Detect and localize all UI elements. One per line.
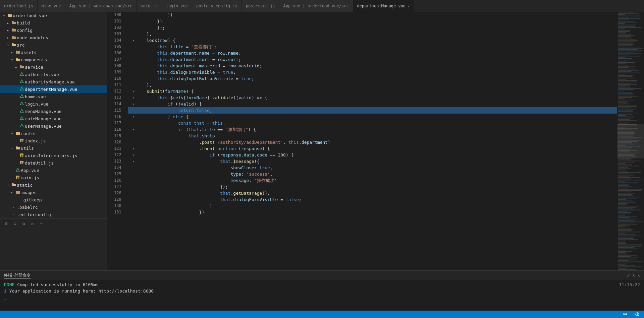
fold-arrow-121[interactable]: ▾	[131, 145, 136, 152]
sidebar-item-app-vue-file[interactable]: App.vue	[0, 167, 107, 174]
tab-login-vue[interactable]: login.vue	[162, 0, 192, 12]
code-line-123[interactable]: ▾ that.$message({	[128, 158, 617, 165]
sidebar: ▾orderfood-vue▸build▸config▸node_modules…	[0, 12, 107, 270]
tab-app-vue-src[interactable]: App.vue | web-download/src	[65, 0, 137, 12]
settings-icon[interactable]: ⚙	[20, 220, 28, 227]
sidebar-item-babelrc[interactable]: ·.babelrc	[0, 203, 107, 211]
sidebar-item-src[interactable]: ▾src	[0, 41, 107, 49]
terminal-tab-external[interactable]: 终端·外部命令	[4, 272, 31, 278]
sidebar-item-login-vue-file[interactable]: login.vue	[0, 100, 107, 108]
refresh-icon[interactable]: ↺	[29, 220, 36, 227]
code-line-110[interactable]: this.dialogInputButtonVisible = true;	[128, 75, 617, 82]
sidebar-item-orderfood-vue[interactable]: ▾orderfood-vue	[0, 12, 107, 19]
code-line-111[interactable]: },	[128, 82, 617, 88]
code-content-102: });	[136, 24, 165, 31]
sidebar-label-axiosInterceptors-js: axiosInterceptors.js	[25, 153, 107, 158]
sidebar-item-home-vue[interactable]: home.vue	[0, 93, 107, 100]
close-terminal-icon[interactable]: ✕	[638, 273, 640, 278]
tab-postcssrc-js[interactable]: postcssrc.js	[242, 0, 279, 12]
sidebar-item-static[interactable]: ▾static	[0, 181, 107, 189]
code-line-112[interactable]: ▾ submit(formName) {	[128, 88, 617, 94]
sidebar-item-authorityManage-vue[interactable]: authorityManage.vue	[0, 78, 107, 85]
code-line-124[interactable]: showClose: true,	[128, 165, 617, 171]
fold-arrow-123[interactable]: ▾	[131, 158, 136, 165]
code-line-104[interactable]: ▾ look(row) {	[128, 37, 617, 44]
tab-departmentManage-vue[interactable]: departmentManage.vue✕	[353, 0, 414, 12]
chevron-up-icon[interactable]: ∧	[633, 273, 635, 278]
code-line-121[interactable]: ▾ .then(function (response) {	[128, 145, 617, 152]
sidebar-item-editorconfig[interactable]: ·.editorconfig	[0, 211, 107, 218]
sidebar-item-gitkeep[interactable]: ·.gitkeep	[0, 196, 107, 203]
code-line-117[interactable]: const that = this;	[128, 120, 617, 126]
line-number-122: 122	[114, 152, 125, 158]
tab-app-vue-orderfood[interactable]: App.vue | orderfood-vue/src	[279, 0, 353, 12]
code-line-125[interactable]: type: 'success',	[128, 171, 617, 177]
sidebar-item-utils[interactable]: ▾utils	[0, 144, 107, 152]
code-line-129[interactable]: that.dialogFormVisible = false;	[128, 196, 617, 203]
code-line-126[interactable]: message: '操作成功'	[128, 177, 617, 184]
code-content-105: this.title = "查看部门";	[136, 44, 217, 50]
code-line-114[interactable]: ▾ if (!valid) {	[128, 101, 617, 107]
fold-arrow-104[interactable]: ▾	[131, 37, 136, 44]
tab-orderfood-js[interactable]: orderfood.js	[0, 0, 38, 12]
code-line-108[interactable]: this.department.masterid = row.masterid;	[128, 63, 617, 69]
code-line-122[interactable]: ▾ if (response.data.code == 200) {	[128, 152, 617, 158]
maximize-icon[interactable]: ⤢	[627, 273, 630, 278]
sidebar-item-roleManage-vue[interactable]: roleManage.vue	[0, 115, 107, 122]
code-line-106[interactable]: this.department.name = row.name;	[128, 50, 617, 56]
tab-close-departmentManage-vue[interactable]: ✕	[408, 4, 410, 8]
code-line-116[interactable]: ▾ } else {	[128, 114, 617, 120]
fold-arrow-114[interactable]: ▾	[131, 101, 136, 107]
code-line-109[interactable]: this.dialogFormVisible = true;	[128, 69, 617, 75]
fold-arrow-116[interactable]: ▾	[131, 114, 136, 120]
grid-icon[interactable]: ⊞	[3, 220, 10, 227]
tab-mine-vue[interactable]: mine.vue	[38, 0, 65, 12]
fold-arrow-118[interactable]: ▾	[131, 126, 136, 133]
sidebar-item-assets[interactable]: ▸assets	[0, 49, 107, 56]
code-line-107[interactable]: this.department.sort = row.sort;	[128, 56, 617, 63]
code-line-130[interactable]: }	[128, 203, 617, 209]
notification-icon[interactable]	[633, 311, 641, 318]
fold-arrow-113[interactable]: ▾	[131, 94, 136, 101]
code-line-101[interactable]: })	[128, 18, 617, 24]
sidebar-item-dateUtil-js[interactable]: jsdateUtil.js	[0, 159, 107, 167]
code-line-118[interactable]: ▾ if (that.title == "添加部门") {	[128, 126, 617, 133]
sidebar-item-main-js-file[interactable]: jsmain.js	[0, 174, 107, 181]
code-line-100[interactable]: })	[128, 12, 617, 18]
code-container[interactable]: 1001011021031041051061071081091101111121…	[107, 12, 644, 270]
code-line-127[interactable]: });	[128, 184, 617, 190]
line-number-129: 129	[114, 196, 125, 203]
code-line-119[interactable]: that.$http	[128, 133, 617, 139]
terminal-line-1: i Your application is running here: http…	[4, 288, 640, 294]
language-icon[interactable]: 中	[621, 311, 629, 318]
tab-postcss-config-js[interactable]: postcss.config.js	[192, 0, 242, 12]
more-icon[interactable]: ⋯	[38, 220, 45, 227]
sidebar-item-menuManage-vue[interactable]: menuManage.vue	[0, 108, 107, 115]
sidebar-item-authority-vue[interactable]: authority.vue	[0, 71, 107, 78]
sidebar-item-departmentManage-vue-file[interactable]: departmentManage.vue	[0, 85, 107, 93]
sidebar-item-images[interactable]: ▸images	[0, 189, 107, 196]
code-line-102[interactable]: });	[128, 24, 617, 31]
code-line-131[interactable]: })	[128, 209, 617, 215]
fold-arrow-112[interactable]: ▾	[131, 88, 136, 94]
sidebar-item-service[interactable]: ▸service	[0, 63, 107, 71]
code-line-105[interactable]: this.title = "查看部门";	[128, 44, 617, 50]
sidebar-item-components[interactable]: ▾components	[0, 56, 107, 63]
sidebar-item-node_modules[interactable]: ▸node_modules	[0, 34, 107, 41]
sidebar-item-axiosInterceptors-js[interactable]: jsaxiosInterceptors.js	[0, 152, 107, 159]
tab-main-js[interactable]: main.js	[137, 0, 162, 12]
code-line-120[interactable]: .post('/authority/addDepartment', this.d…	[128, 139, 617, 145]
circle-icon[interactable]: ⊙	[11, 220, 19, 227]
sidebar-item-index-js[interactable]: jsindex.js	[0, 137, 107, 144]
code-line-103[interactable]: },	[128, 31, 617, 37]
fold-arrow-115	[131, 107, 136, 114]
code-line-128[interactable]: that.getDataPage();	[128, 190, 617, 196]
sidebar-item-build[interactable]: ▸build	[0, 19, 107, 26]
fold-arrow-122[interactable]: ▾	[131, 152, 136, 158]
sidebar-item-config[interactable]: ▸config	[0, 26, 107, 34]
sidebar-item-userManage-vue[interactable]: userManage.vue	[0, 122, 107, 130]
code-line-115[interactable]: return false;	[128, 107, 617, 114]
sidebar-label-assets: assets	[21, 50, 107, 55]
code-line-113[interactable]: ▾ this.$refs[formName].validate((valid) …	[128, 94, 617, 101]
sidebar-item-router[interactable]: ▾router	[0, 130, 107, 137]
